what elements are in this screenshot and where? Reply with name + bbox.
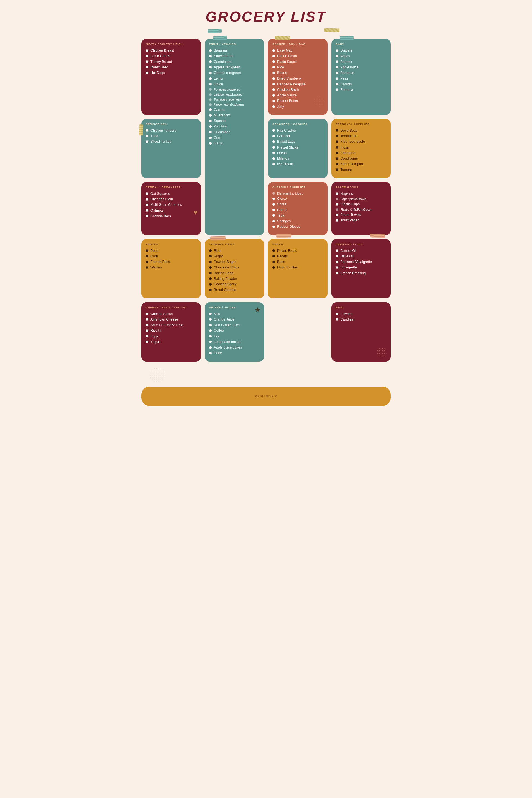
baby-list: Diapers Wipes Balmex Applesauce Bananas … — [336, 48, 386, 92]
cleaning-list: Dishwashing Liquid Clorox Shout Comet Ti… — [272, 191, 323, 229]
list-item: Sponges — [272, 219, 323, 223]
list-item: Tuna — [146, 134, 196, 138]
cereal-title: CEREAL / BREAKFAST — [146, 186, 196, 189]
service-deli-card: SERVICE DELI Chicken Tenders Tuna Sliced… — [141, 119, 201, 178]
list-item: Ice Cream — [272, 162, 323, 166]
drinks-list: Milk Orange Juice Red Grape Juice Coffee… — [209, 312, 260, 356]
cooking-list: Flour Sugar Powder Sugar Chocolate Chips… — [209, 249, 260, 292]
list-item: Powder Sugar — [209, 260, 260, 264]
baby-title: BABY — [336, 43, 386, 45]
paper-title: PAPER GOODS — [336, 186, 386, 189]
list-item: Pretzel Sticks — [272, 145, 323, 150]
list-item: Corn — [146, 254, 196, 259]
list-item: Lemonade boxes — [209, 340, 260, 344]
list-item: Lemon — [209, 76, 260, 81]
list-item: Eggs — [146, 334, 196, 339]
list-item: Bananas — [209, 48, 260, 53]
list-item: Bananas — [336, 71, 386, 75]
list-item: Cucumber — [209, 130, 260, 134]
cheese-list: Cheese Sticks American Cheese Shredded M… — [146, 312, 196, 344]
list-item: Turkey Breast — [146, 60, 196, 64]
list-item: Ritz Cracker — [272, 128, 323, 133]
list-item: Beans — [272, 71, 323, 75]
list-item: Dried Cranberry — [272, 76, 323, 81]
list-item: American Cheese — [146, 317, 196, 322]
list-item: Coke — [209, 351, 260, 355]
list-item: Toothpaste — [336, 134, 386, 138]
service-deli-list: Chicken Tenders Tuna Sliced Turkey — [146, 128, 196, 144]
list-item: Lamb Chops — [146, 54, 196, 58]
fruit-veggies-list: Bananas Strawberries Cantaloupe Apples r… — [209, 48, 260, 146]
list-item: Flowers — [336, 312, 386, 316]
list-item: Milk — [209, 312, 260, 316]
list-item: Oatmeal — [146, 208, 196, 213]
list-item: Granola Bars — [146, 214, 196, 218]
list-item: Sugar — [209, 254, 260, 259]
personal-title: PERSONAL SUPPLIES — [336, 123, 386, 126]
bread-card: BREAD Potato Bread Bagels Buns Flour Tor… — [268, 239, 327, 299]
list-item: Ricotta — [146, 328, 196, 333]
frozen-card: FROZEN Peas Corn French Fries Waffles — [141, 239, 201, 299]
crackers-title: CRACKERS / COOKIES — [272, 123, 323, 126]
reminder-label: REMINDER — [255, 395, 278, 398]
canned-card: CANNED / BOX / BAG Easy Mac Penne Pasta … — [268, 39, 327, 115]
list-item: Chocolate Chips — [209, 265, 260, 270]
list-item: Olive Oil — [336, 254, 386, 259]
list-item: Comet — [272, 208, 323, 212]
list-item: Apple Juice boxes — [209, 345, 260, 350]
list-item: Oat Squares — [146, 191, 196, 196]
meat-card: MEAT / POULTRY / FISH Chicken Breast Lam… — [141, 39, 201, 115]
list-item: Shout — [272, 202, 323, 206]
cheese-card: CHEESE / EGGS / YOGURT Cheese Sticks Ame… — [141, 302, 201, 362]
drinks-title: DRINKS / JUICES — [209, 306, 260, 309]
list-item: Coffee — [209, 328, 260, 333]
list-item: Plastic Knife/Fork/Spoon — [336, 208, 386, 212]
paper-card: PAPER GOODS Napkins Paper plates/bowls P… — [331, 182, 391, 235]
list-item: Cheese Sticks — [146, 312, 196, 316]
list-item: Potatoes brown/red — [209, 88, 260, 92]
list-item: Dove Soap — [336, 128, 386, 133]
fruit-veggies-title: FRUIT / VEGGIES — [209, 43, 260, 45]
list-item: Zucchini — [209, 124, 260, 129]
list-item: Balsamic Vinaigrette — [336, 260, 386, 264]
list-item: Bagels — [272, 254, 323, 259]
frozen-title: FROZEN — [146, 243, 196, 246]
list-item: Canned Pineapple — [272, 82, 323, 87]
list-item: Tampax — [336, 168, 386, 172]
list-item: Balmex — [336, 60, 386, 64]
personal-list: Dove Soap Toothpaste Kids Toothpaste Flo… — [336, 128, 386, 172]
list-item: Flour — [209, 249, 260, 253]
list-item: Diapers — [336, 48, 386, 53]
list-item: Easy Mac — [272, 48, 323, 53]
paper-list: Napkins Paper plates/bowls Plastic Cups … — [336, 191, 386, 223]
misc-card: MISC Flowers Candles — [331, 302, 391, 362]
meat-list: Chicken Breast Lamb Chops Turkey Breast … — [146, 48, 196, 75]
list-item: Shredded Mozzarella — [146, 323, 196, 327]
list-item: Tilex — [272, 213, 323, 218]
list-item: Bread Crumbs — [209, 288, 260, 292]
list-item: Clorox — [272, 196, 323, 201]
list-item: Pasta Sauce — [272, 60, 323, 64]
list-item: Carrots — [336, 82, 386, 87]
list-item: Strawberries — [209, 54, 260, 58]
list-item: Red Grape Juice — [209, 323, 260, 327]
service-deli-title: SERVICE DELI — [146, 123, 196, 126]
list-item: Paper plates/bowls — [336, 197, 386, 201]
list-item: Penne Pasta — [272, 54, 323, 58]
list-item: Apples red/green — [209, 65, 260, 70]
list-item: Baking Soda — [209, 271, 260, 276]
list-item: Baking Powder — [209, 277, 260, 281]
cleaning-card: CLEANING SUPPLIES Dishwashing Liquid Clo… — [268, 182, 327, 235]
list-item: Paper Towels — [336, 212, 386, 217]
list-item: Kids Shampoo — [336, 162, 386, 166]
cleaning-title: CLEANING SUPPLIES — [272, 186, 323, 189]
list-item: Carrots — [209, 108, 260, 112]
list-item: Garlic — [209, 141, 260, 146]
list-item: Applesauce — [336, 65, 386, 70]
list-item: Milanos — [272, 156, 323, 161]
list-item: Canola Oil — [336, 249, 386, 253]
list-item: Cooking Spray — [209, 282, 260, 286]
list-item: Kids Toothpaste — [336, 139, 386, 144]
list-item: Orange Juice — [209, 317, 260, 322]
cheese-title: CHEESE / EGGS / YOGURT — [146, 306, 196, 309]
